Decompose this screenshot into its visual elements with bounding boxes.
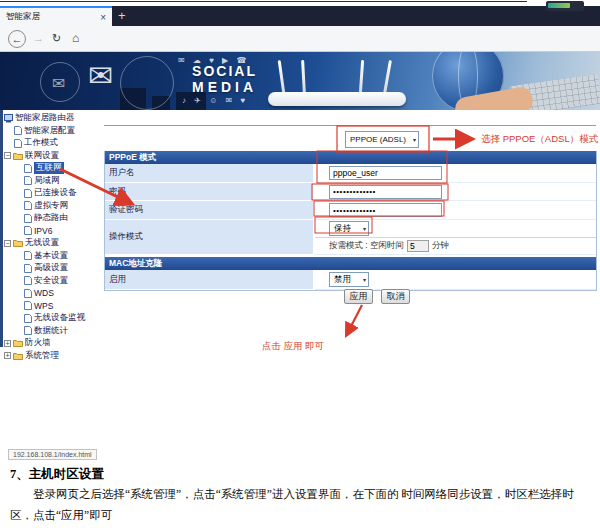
table-row-enable: 启用 禁用▾ — [105, 270, 596, 290]
page-icon — [24, 201, 32, 210]
sidebar-item-config[interactable]: 智能家居配置 — [4, 125, 103, 138]
sidebar-folder-system[interactable]: + 系统管理 — [4, 350, 103, 363]
sidebar-item-basic-settings[interactable]: 基本设置 — [4, 250, 103, 263]
page-icon — [24, 326, 32, 335]
password-label: 密码 — [105, 183, 315, 201]
folder-icon — [13, 352, 23, 360]
on-demand-label: 按需模式 : 空闲时间 — [329, 240, 404, 252]
operation-mode-select[interactable]: 保持▾ — [329, 221, 369, 236]
page-left-edge — [0, 110, 3, 347]
username-input[interactable] — [329, 166, 442, 180]
sidebar-item-internet[interactable]: 互联网 — [4, 162, 103, 175]
sidebar-item-wireless-monitor[interactable]: 无线设备监视 — [4, 312, 103, 325]
social-media-text: SOCIAL MEDIA — [192, 64, 257, 94]
idle-time-input[interactable] — [407, 240, 429, 252]
screenshot-root: 智能家居 × + ← → ↻ ⌂ ⓘ 192.168.108.1 … v ☆ — [0, 0, 600, 528]
annotation-text-select-mode: 选择 PPPOE（ADSL）模式 — [481, 133, 598, 146]
tab-title: 智能家居 — [6, 11, 96, 23]
page-icon — [24, 189, 32, 198]
page-icon — [24, 301, 32, 310]
sidebar-item-statistics[interactable]: 数据统计 — [4, 325, 103, 338]
chevron-down-icon: ▾ — [363, 225, 366, 232]
chevron-down-icon: ▾ — [363, 276, 366, 283]
reload-icon[interactable]: ↻ — [52, 32, 61, 45]
page-icon — [14, 126, 22, 135]
page-icon — [24, 276, 32, 285]
apply-button[interactable]: 应用 — [344, 289, 373, 304]
username-label: 用户名 — [105, 164, 315, 183]
verify-password-label: 验证密码 — [105, 201, 315, 220]
page-icon — [14, 139, 22, 148]
envelope-icon: ✉ — [52, 74, 65, 93]
table-row-password: 密码 — [105, 183, 596, 201]
sidebar-item-vpn[interactable]: 虚拟专网 — [4, 200, 103, 213]
browser-toolbar: ← → ↻ ⌂ ⓘ 192.168.108.1 … v ☆ 搜索 — [0, 26, 600, 52]
sidebar-folder-wireless[interactable]: − 无线设置 — [4, 237, 103, 250]
sidebar-item-static-route[interactable]: 静态路由 — [4, 212, 103, 225]
folder-icon — [13, 152, 23, 160]
operation-mode-label: 操作模式 — [105, 220, 315, 255]
sidebar-tree: 智能家居路由器 智能家居配置 工作模式 − 联网设置 互联网 局域网 已连接设备 — [4, 112, 103, 362]
sidebar-folder-network[interactable]: − 联网设置 — [4, 150, 103, 163]
sidebar-item-ipv6[interactable]: IPV6 — [4, 225, 103, 238]
forward-icon[interactable]: → — [33, 32, 44, 44]
content-divider — [104, 125, 596, 126]
password-input[interactable] — [329, 185, 442, 199]
tab-bar: 智能家居 × + — [0, 6, 600, 26]
browser-tab[interactable]: 智能家居 × — [0, 6, 112, 26]
page-icon — [24, 289, 32, 298]
mac-clone-enable-select[interactable]: 禁用▾ — [329, 272, 369, 287]
sidebar-item-connected-devices[interactable]: 已连接设备 — [4, 187, 103, 200]
page-icon — [24, 176, 32, 185]
sidebar-item-security-settings[interactable]: 安全设置 — [4, 275, 103, 288]
cancel-button[interactable]: 取消 — [381, 289, 410, 304]
page-icon — [24, 214, 32, 223]
new-tab-button[interactable]: + — [118, 8, 126, 24]
annotation-text-apply: 点击 应用 即可 — [262, 340, 324, 353]
table-row-verify-password: 验证密码 — [105, 201, 596, 220]
table-row-username: 用户名 — [105, 164, 596, 183]
expand-icon[interactable]: + — [4, 340, 11, 347]
mac-clone-section-header: MAC地址克隆 — [105, 257, 596, 270]
verify-password-input[interactable] — [329, 203, 442, 217]
router-antenna — [383, 60, 392, 94]
sidebar-item-advanced-settings[interactable]: 高级设置 — [4, 262, 103, 275]
sidebar-item-lan[interactable]: 局域网 — [4, 175, 103, 188]
corner-ui-fragment — [546, 1, 584, 11]
home-icon[interactable]: ⌂ — [72, 31, 79, 45]
enable-label: 启用 — [105, 270, 315, 290]
sidebar-item-work-mode[interactable]: 工作模式 — [4, 137, 103, 150]
document-heading: 7、主机时区设置 — [10, 466, 104, 483]
window-top-border — [0, 1, 527, 2]
close-tab-icon[interactable]: × — [100, 12, 106, 23]
page-icon — [24, 164, 32, 173]
sidebar-item-wds[interactable]: WDS — [4, 287, 103, 300]
router-device — [268, 92, 406, 106]
expand-icon[interactable]: + — [4, 352, 11, 359]
collapse-icon[interactable]: − — [4, 152, 11, 159]
folder-icon — [13, 239, 23, 247]
sidebar-item-root[interactable]: 智能家居路由器 — [4, 112, 103, 125]
document-paragraph: 登录网页之后选择“系统管理”，点击“系统管理”进入设置界面，在下面的 时间网络同… — [10, 484, 588, 525]
router-antenna — [301, 60, 306, 94]
sidebar-item-wps[interactable]: WPS — [4, 300, 103, 313]
router-page-banner: ✉ ✉ ✉ ☁ ♥ ▶ ☎ ♪ ✈ ☺ ✉ ♥ SOCIAL MEDIA — [0, 52, 600, 110]
collapse-icon[interactable]: − — [4, 240, 11, 247]
back-icon[interactable]: ← — [8, 30, 26, 48]
annotation-arrow-apply — [347, 305, 362, 334]
status-link-popup: 192.168.108.1/index.html — [8, 449, 97, 460]
chevron-down-icon: ▾ — [413, 136, 416, 143]
minutes-label: 分钟 — [432, 240, 449, 252]
decor-ring — [120, 56, 174, 110]
pppoe-section-header: PPPoE 模式 — [105, 151, 596, 164]
teal-strip — [548, 3, 570, 8]
sidebar-folder-firewall[interactable]: + 防火墙 — [4, 337, 103, 350]
wan-mode-select[interactable]: PPPOE (ADSL)▾ — [345, 131, 419, 148]
icon-cloud: ♪ ✈ ☺ ✉ ♥ — [182, 96, 248, 105]
router-antenna — [359, 60, 364, 94]
page-icon — [24, 251, 32, 260]
envelope-icon: ✉ — [88, 58, 113, 93]
page-icon — [24, 226, 32, 235]
page-icon — [24, 264, 32, 273]
pppoe-settings-panel: PPPoE 模式 用户名 密码 验证密码 操作模式 保持▾ 按需模式 : 空闲时… — [104, 151, 597, 291]
